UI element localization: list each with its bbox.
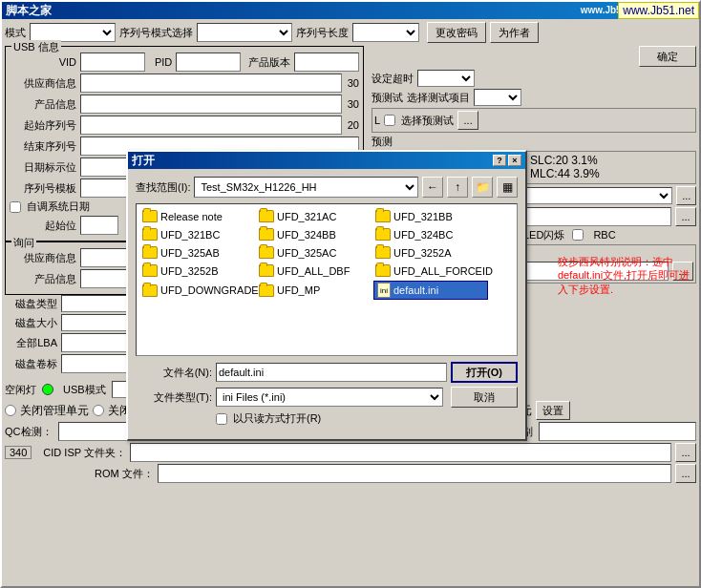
list-item[interactable]: UFD_321AC <box>257 208 372 224</box>
file-item-label: default.ini <box>393 284 438 296</box>
close-mgmt-radio[interactable] <box>5 405 16 416</box>
list-item[interactable]: UFD_321BC <box>140 226 255 242</box>
timeout-label: 设定超时 <box>372 72 414 86</box>
rom-file-input[interactable] <box>158 464 671 483</box>
pid-label: PID <box>155 56 172 68</box>
folder-icon <box>142 210 158 222</box>
dialog-close-button[interactable]: × <box>508 155 521 166</box>
folder-icon <box>259 228 274 241</box>
list-item[interactable]: UFD_325AC <box>257 244 372 261</box>
dialog-help-button[interactable]: ? <box>493 155 506 166</box>
version-input[interactable] <box>294 52 359 72</box>
list-item[interactable]: Release note <box>140 208 255 224</box>
serial-length-select[interactable] <box>352 23 419 42</box>
space-led-label: 空闲灯 <box>5 383 36 397</box>
file-item-label: UFD_DOWNGRADE <box>160 284 259 296</box>
serial-mode-select[interactable] <box>197 23 292 42</box>
up-btn[interactable]: ↑ <box>447 177 468 198</box>
new-folder-btn[interactable]: 📁 <box>472 177 493 198</box>
list-item[interactable]: UFD_3252B <box>140 262 255 279</box>
file-item-label: UFD_3252B <box>160 265 219 277</box>
select-pretest-btn-label: 选择预测试 <box>401 114 454 128</box>
slc-mlc-info: SLC:20 3.1% MLC:44 3.9% <box>530 154 600 181</box>
mode-select[interactable] <box>30 23 116 42</box>
start-pos-input[interactable] <box>80 216 118 235</box>
cid-isp-btn[interactable]: ... <box>675 443 696 462</box>
start-serial-input[interactable] <box>80 116 342 135</box>
back-btn[interactable]: ← <box>422 177 443 198</box>
vid-input[interactable] <box>80 52 145 72</box>
file-item-label: UFD_321BB <box>393 211 453 222</box>
folder-icon <box>142 284 158 297</box>
open-button[interactable]: 打开(O) <box>451 362 518 383</box>
list-item[interactable]: inidefault.ini <box>373 281 488 300</box>
list-item[interactable]: UFD_DOWNGRADE <box>140 281 255 300</box>
mlc-label: MLC:44 3.9% <box>530 167 600 180</box>
pretest-checkbox[interactable] <box>384 115 395 126</box>
view-btn[interactable]: ▦ <box>497 177 518 198</box>
inquiry-label: 询问 <box>11 236 36 250</box>
file-item-label: UFD_321BC <box>160 229 220 241</box>
file-item-label: UFD_325AC <box>277 247 336 259</box>
pid-input[interactable] <box>176 52 241 72</box>
pretest-row: 预测试 选择测试项目 <box>372 89 696 106</box>
number-label: 340 <box>5 446 32 459</box>
list-item[interactable]: UFD_324BC <box>373 226 488 242</box>
supplier-input[interactable] <box>80 74 342 93</box>
pretest-dotdot-button[interactable]: ... <box>457 111 478 130</box>
list-item[interactable]: UFD_325AB <box>140 244 255 261</box>
filename-input[interactable] <box>216 363 447 382</box>
disk-type-label: 磁盘类型 <box>5 297 57 311</box>
folder-icon <box>375 246 391 259</box>
list-item[interactable]: UFD_324BB <box>257 226 372 242</box>
serial-template-label: 序列号模板 <box>10 181 76 196</box>
right-btn1[interactable]: ... <box>676 186 696 205</box>
confirm-button[interactable]: 确定 <box>639 46 696 67</box>
pretest-label: 预测试 <box>372 91 403 105</box>
disk-lba-label: 全部LBA <box>5 336 57 350</box>
mgmt-settings-btn[interactable]: 设置 <box>536 401 570 420</box>
look-in-label: 查找范围(I): <box>136 180 190 195</box>
cid-row: 340 CID ISP 文件夹： ... <box>5 443 696 462</box>
list-item[interactable]: UFD_ALL_FORCEID <box>373 262 488 279</box>
folder-icon <box>259 246 274 259</box>
file-item-label: UFD_324BC <box>393 229 453 241</box>
intel-input[interactable] <box>539 422 696 441</box>
folder-icon <box>375 210 391 222</box>
vid-label: VID <box>10 56 76 68</box>
usb-info-label: USB 信息 <box>11 40 61 54</box>
right-btn2[interactable]: ... <box>675 207 696 226</box>
folder-icon <box>259 284 274 297</box>
title-bar: 脚本之家 www.Jb51.net _ □ × <box>2 2 699 19</box>
cid-isp-input[interactable] <box>130 443 671 462</box>
readonly-row: 以只读方式打开(R) <box>216 411 518 426</box>
serial-mode-label: 序列号模式选择 <box>119 26 193 40</box>
readonly-checkbox[interactable] <box>216 413 227 425</box>
change-pwd-button[interactable]: 更改密码 <box>427 22 486 43</box>
close-upper-radio[interactable] <box>93 405 104 416</box>
rom-file-btn[interactable]: ... <box>675 464 696 483</box>
list-item[interactable]: UFD_MP <box>257 281 372 300</box>
timeout-select[interactable] <box>417 70 475 87</box>
list-item[interactable]: UFD_ALL_DBF <box>257 262 372 279</box>
mode-row: 模式 序列号模式选择 序列号长度 更改密码 为作者 <box>5 22 696 43</box>
list-item[interactable]: UFD_3252A <box>373 244 488 261</box>
filetype-row: 文件类型(T): ini Files (*.ini) 取消 <box>136 387 518 408</box>
dialog-title: 打开 <box>132 153 155 169</box>
rbc-checkbox[interactable] <box>572 229 584 241</box>
filetype-select[interactable]: ini Files (*.ini) <box>216 388 443 407</box>
product-input[interactable] <box>80 94 342 114</box>
login-button[interactable]: 为作者 <box>490 22 539 43</box>
list-item[interactable]: UFD_321BB <box>373 208 488 224</box>
look-in-select[interactable]: Test_SM32x_H1226_HH <box>194 177 418 198</box>
folder-icon <box>142 246 158 259</box>
folder-icon <box>142 264 158 277</box>
vid-row: VID PID 产品版本 <box>10 52 359 72</box>
inq-product-label: 产品信息 <box>10 272 76 286</box>
auto-date-checkbox[interactable] <box>10 201 21 213</box>
file-item-label: UFD_321AC <box>277 211 336 222</box>
pretest-select[interactable] <box>474 89 521 106</box>
file-list-area[interactable]: Release noteUFD_321ACUFD_321BBUFD_321BCU… <box>136 203 518 356</box>
cancel-button[interactable]: 取消 <box>451 387 518 408</box>
auto-date-label: 自调系统日期 <box>27 200 90 214</box>
